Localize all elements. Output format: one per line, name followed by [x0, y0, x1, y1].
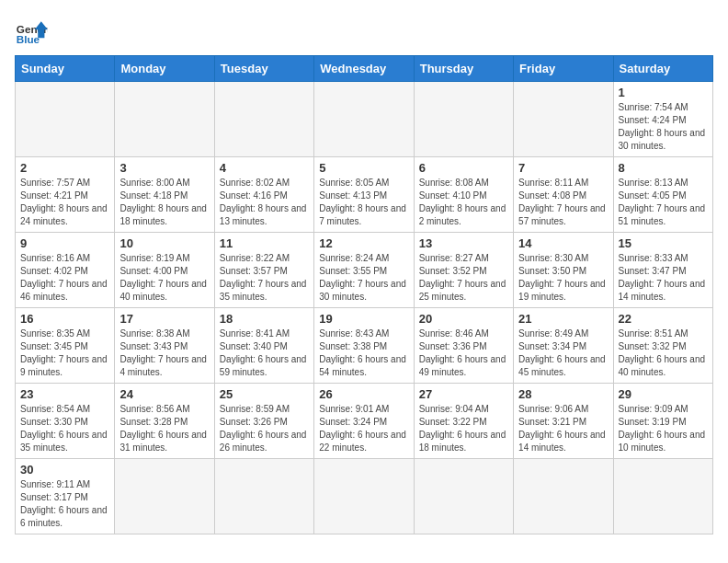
calendar-cell: 28Sunrise: 9:06 AM Sunset: 3:21 PM Dayli…	[514, 384, 613, 459]
calendar-cell: 7Sunrise: 8:11 AM Sunset: 4:08 PM Daylig…	[514, 157, 613, 233]
calendar-cell: 25Sunrise: 8:59 AM Sunset: 3:26 PM Dayli…	[214, 384, 313, 459]
calendar-cell	[115, 82, 214, 157]
day-info: Sunrise: 8:30 AM Sunset: 3:50 PM Dayligh…	[518, 252, 608, 304]
calendar-cell	[414, 459, 513, 534]
day-number: 16	[20, 312, 109, 326]
calendar-cell: 30Sunrise: 9:11 AM Sunset: 3:17 PM Dayli…	[16, 459, 115, 534]
weekday-header-wednesday: Wednesday	[314, 56, 414, 82]
calendar-cell: 1Sunrise: 7:54 AM Sunset: 4:24 PM Daylig…	[613, 82, 712, 157]
day-number: 3	[119, 161, 209, 175]
day-info: Sunrise: 7:54 AM Sunset: 4:24 PM Dayligh…	[619, 101, 708, 153]
day-info: Sunrise: 8:43 AM Sunset: 3:38 PM Dayligh…	[319, 327, 408, 379]
day-number: 19	[319, 312, 408, 326]
day-info: Sunrise: 8:19 AM Sunset: 4:00 PM Dayligh…	[119, 252, 209, 304]
calendar-cell	[514, 82, 613, 157]
calendar-cell: 13Sunrise: 8:27 AM Sunset: 3:52 PM Dayli…	[414, 233, 513, 308]
calendar-week-2: 2Sunrise: 7:57 AM Sunset: 4:21 PM Daylig…	[16, 157, 713, 233]
calendar-cell	[514, 459, 613, 534]
day-info: Sunrise: 8:02 AM Sunset: 4:16 PM Dayligh…	[220, 177, 309, 228]
calendar-cell: 22Sunrise: 8:51 AM Sunset: 3:32 PM Dayli…	[613, 308, 712, 384]
day-info: Sunrise: 8:38 AM Sunset: 3:43 PM Dayligh…	[119, 327, 209, 379]
day-info: Sunrise: 9:11 AM Sunset: 3:17 PM Dayligh…	[20, 478, 109, 530]
day-info: Sunrise: 8:05 AM Sunset: 4:13 PM Dayligh…	[319, 177, 408, 228]
day-info: Sunrise: 9:09 AM Sunset: 3:19 PM Dayligh…	[619, 403, 708, 454]
day-info: Sunrise: 8:11 AM Sunset: 4:08 PM Dayligh…	[518, 177, 608, 228]
day-number: 30	[20, 463, 109, 477]
day-number: 2	[20, 161, 109, 175]
svg-text:Blue: Blue	[17, 33, 40, 45]
calendar-week-5: 23Sunrise: 8:54 AM Sunset: 3:30 PM Dayli…	[16, 384, 713, 459]
logo-icon: General Blue	[15, 15, 48, 48]
calendar-cell: 8Sunrise: 8:13 AM Sunset: 4:05 PM Daylig…	[613, 157, 712, 233]
day-info: Sunrise: 8:54 AM Sunset: 3:30 PM Dayligh…	[20, 403, 109, 454]
day-number: 8	[619, 161, 708, 175]
calendar-cell: 17Sunrise: 8:38 AM Sunset: 3:43 PM Dayli…	[115, 308, 214, 384]
day-info: Sunrise: 9:01 AM Sunset: 3:24 PM Dayligh…	[319, 403, 408, 454]
calendar-cell: 3Sunrise: 8:00 AM Sunset: 4:18 PM Daylig…	[115, 157, 214, 233]
day-info: Sunrise: 8:13 AM Sunset: 4:05 PM Dayligh…	[619, 177, 708, 228]
day-number: 1	[619, 86, 708, 99]
calendar-cell: 4Sunrise: 8:02 AM Sunset: 4:16 PM Daylig…	[214, 157, 313, 233]
calendar-cell: 6Sunrise: 8:08 AM Sunset: 4:10 PM Daylig…	[414, 157, 513, 233]
day-info: Sunrise: 9:06 AM Sunset: 3:21 PM Dayligh…	[518, 403, 608, 454]
day-info: Sunrise: 8:24 AM Sunset: 3:55 PM Dayligh…	[319, 252, 408, 304]
calendar-week-6: 30Sunrise: 9:11 AM Sunset: 3:17 PM Dayli…	[16, 459, 713, 534]
day-info: Sunrise: 8:51 AM Sunset: 3:32 PM Dayligh…	[619, 327, 708, 379]
day-info: Sunrise: 8:56 AM Sunset: 3:28 PM Dayligh…	[119, 403, 209, 454]
calendar-cell	[214, 459, 313, 534]
day-number: 17	[119, 312, 209, 326]
weekday-header-monday: Monday	[115, 56, 214, 82]
weekday-header-friday: Friday	[514, 56, 613, 82]
calendar-cell: 15Sunrise: 8:33 AM Sunset: 3:47 PM Dayli…	[613, 233, 712, 308]
calendar-week-4: 16Sunrise: 8:35 AM Sunset: 3:45 PM Dayli…	[16, 308, 713, 384]
calendar-cell: 14Sunrise: 8:30 AM Sunset: 3:50 PM Dayli…	[514, 233, 613, 308]
day-info: Sunrise: 8:22 AM Sunset: 3:57 PM Dayligh…	[220, 252, 309, 304]
day-number: 9	[20, 236, 109, 250]
day-number: 7	[518, 161, 608, 175]
weekday-header-tuesday: Tuesday	[214, 56, 313, 82]
calendar-cell: 11Sunrise: 8:22 AM Sunset: 3:57 PM Dayli…	[214, 233, 313, 308]
day-number: 6	[419, 161, 508, 175]
calendar-cell: 21Sunrise: 8:49 AM Sunset: 3:34 PM Dayli…	[514, 308, 613, 384]
calendar-cell	[16, 82, 115, 157]
calendar-cell	[115, 459, 214, 534]
day-number: 29	[619, 387, 708, 401]
day-info: Sunrise: 8:41 AM Sunset: 3:40 PM Dayligh…	[220, 327, 309, 379]
calendar-cell: 26Sunrise: 9:01 AM Sunset: 3:24 PM Dayli…	[314, 384, 414, 459]
day-number: 18	[220, 312, 309, 326]
day-number: 10	[119, 236, 209, 250]
day-number: 22	[619, 312, 708, 326]
day-info: Sunrise: 8:35 AM Sunset: 3:45 PM Dayligh…	[20, 327, 109, 379]
day-number: 25	[220, 387, 309, 401]
day-number: 21	[518, 312, 608, 326]
logo: General Blue	[15, 15, 48, 48]
day-info: Sunrise: 8:08 AM Sunset: 4:10 PM Dayligh…	[419, 177, 508, 228]
calendar-cell: 24Sunrise: 8:56 AM Sunset: 3:28 PM Dayli…	[115, 384, 214, 459]
day-info: Sunrise: 9:04 AM Sunset: 3:22 PM Dayligh…	[419, 403, 508, 454]
day-number: 24	[119, 387, 209, 401]
calendar-cell	[414, 82, 513, 157]
day-info: Sunrise: 8:27 AM Sunset: 3:52 PM Dayligh…	[419, 252, 508, 304]
day-number: 23	[20, 387, 109, 401]
calendar-week-3: 9Sunrise: 8:16 AM Sunset: 4:02 PM Daylig…	[16, 233, 713, 308]
calendar-cell: 23Sunrise: 8:54 AM Sunset: 3:30 PM Dayli…	[16, 384, 115, 459]
day-info: Sunrise: 8:59 AM Sunset: 3:26 PM Dayligh…	[220, 403, 309, 454]
calendar-cell	[214, 82, 313, 157]
calendar-cell: 5Sunrise: 8:05 AM Sunset: 4:13 PM Daylig…	[314, 157, 414, 233]
calendar-cell: 9Sunrise: 8:16 AM Sunset: 4:02 PM Daylig…	[16, 233, 115, 308]
day-number: 14	[518, 236, 608, 250]
day-number: 20	[419, 312, 508, 326]
day-info: Sunrise: 8:33 AM Sunset: 3:47 PM Dayligh…	[619, 252, 708, 304]
weekday-header-saturday: Saturday	[613, 56, 712, 82]
day-info: Sunrise: 8:49 AM Sunset: 3:34 PM Dayligh…	[518, 327, 608, 379]
day-number: 4	[220, 161, 309, 175]
day-info: Sunrise: 8:16 AM Sunset: 4:02 PM Dayligh…	[20, 252, 109, 304]
calendar-cell: 29Sunrise: 9:09 AM Sunset: 3:19 PM Dayli…	[613, 384, 712, 459]
calendar-week-1: 1Sunrise: 7:54 AM Sunset: 4:24 PM Daylig…	[16, 82, 713, 157]
calendar-cell	[613, 459, 712, 534]
day-info: Sunrise: 8:00 AM Sunset: 4:18 PM Dayligh…	[119, 177, 209, 228]
day-number: 27	[419, 387, 508, 401]
calendar-cell: 12Sunrise: 8:24 AM Sunset: 3:55 PM Dayli…	[314, 233, 414, 308]
calendar-cell	[314, 82, 414, 157]
calendar-cell: 27Sunrise: 9:04 AM Sunset: 3:22 PM Dayli…	[414, 384, 513, 459]
